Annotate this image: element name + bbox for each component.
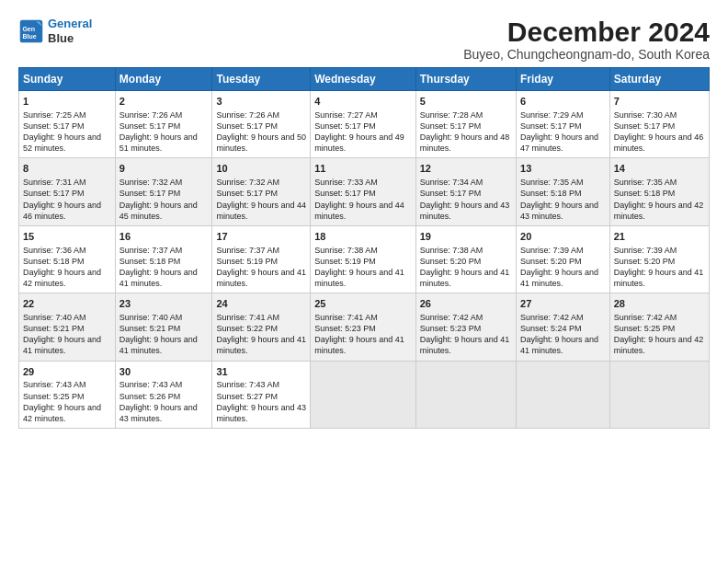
- sunrise-text: Sunrise: 7:32 AM: [216, 178, 279, 187]
- sunset-text: Sunset: 5:17 PM: [614, 121, 676, 131]
- sunrise-text: Sunrise: 7:43 AM: [119, 380, 183, 389]
- calendar-cell: 6Sunrise: 7:29 AMSunset: 5:17 PMDaylight…: [517, 91, 610, 158]
- sunrise-text: Sunrise: 7:42 AM: [420, 313, 483, 322]
- daylight-text: Daylight: 9 hours and 46 minutes.: [23, 201, 101, 221]
- sunset-text: Sunset: 5:20 PM: [614, 257, 676, 266]
- day-number: 22: [23, 297, 111, 311]
- daylight-text: Daylight: 9 hours and 45 minutes.: [119, 201, 198, 221]
- sunrise-text: Sunrise: 7:33 AM: [314, 178, 378, 187]
- day-number: 4: [314, 95, 412, 109]
- calendar-cell: 18Sunrise: 7:38 AMSunset: 5:19 PMDayligh…: [311, 225, 416, 293]
- daylight-text: Daylight: 9 hours and 41 minutes.: [23, 335, 101, 355]
- sunrise-text: Sunrise: 7:34 AM: [420, 178, 483, 187]
- daylight-text: Daylight: 9 hours and 41 minutes.: [520, 268, 598, 288]
- calendar-cell: 28Sunrise: 7:42 AMSunset: 5:25 PMDayligh…: [609, 293, 709, 361]
- header: Gen Blue General Blue December 2024 Buye…: [18, 17, 710, 62]
- sunset-text: Sunset: 5:21 PM: [119, 324, 181, 333]
- daylight-text: Daylight: 9 hours and 41 minutes.: [119, 268, 198, 288]
- daylight-text: Daylight: 9 hours and 46 minutes.: [614, 132, 704, 153]
- sunrise-text: Sunrise: 7:28 AM: [420, 110, 483, 120]
- sunset-text: Sunset: 5:18 PM: [614, 189, 676, 198]
- logo: Gen Blue General Blue: [18, 17, 92, 45]
- sunset-text: Sunset: 5:17 PM: [520, 121, 582, 131]
- daylight-text: Daylight: 9 hours and 41 minutes.: [314, 268, 404, 288]
- sunset-text: Sunset: 5:17 PM: [314, 189, 376, 198]
- sunset-text: Sunset: 5:17 PM: [119, 189, 181, 198]
- col-saturday: Saturday: [609, 68, 709, 91]
- sunset-text: Sunset: 5:25 PM: [614, 324, 676, 333]
- sunset-text: Sunset: 5:23 PM: [420, 324, 482, 333]
- col-wednesday: Wednesday: [311, 68, 416, 91]
- calendar-cell: 24Sunrise: 7:41 AMSunset: 5:22 PMDayligh…: [212, 293, 311, 361]
- sunrise-text: Sunrise: 7:41 AM: [216, 313, 279, 322]
- day-number: 6: [520, 95, 606, 109]
- subtitle: Buyeo, Chungcheongnam-do, South Korea: [463, 47, 710, 62]
- col-thursday: Thursday: [415, 68, 516, 91]
- svg-text:Blue: Blue: [22, 32, 36, 39]
- sunset-text: Sunset: 5:17 PM: [216, 121, 278, 131]
- sunset-text: Sunset: 5:18 PM: [520, 189, 582, 198]
- daylight-text: Daylight: 9 hours and 42 minutes.: [614, 201, 704, 221]
- calendar-cell: 5Sunrise: 7:28 AMSunset: 5:17 PMDaylight…: [415, 91, 516, 158]
- calendar-cell: [517, 361, 610, 428]
- calendar-cell: 8Sunrise: 7:31 AMSunset: 5:17 PMDaylight…: [19, 158, 116, 225]
- calendar-cell: [609, 361, 709, 428]
- sunrise-text: Sunrise: 7:30 AM: [614, 110, 677, 120]
- day-number: 16: [119, 230, 209, 244]
- calendar-week-3: 15Sunrise: 7:36 AMSunset: 5:18 PMDayligh…: [19, 225, 710, 293]
- sunset-text: Sunset: 5:17 PM: [420, 189, 482, 198]
- calendar-cell: 1Sunrise: 7:25 AMSunset: 5:17 PMDaylight…: [19, 91, 116, 158]
- calendar-cell: 3Sunrise: 7:26 AMSunset: 5:17 PMDaylight…: [212, 91, 311, 158]
- day-number: 28: [614, 297, 705, 311]
- calendar-week-1: 1Sunrise: 7:25 AMSunset: 5:17 PMDaylight…: [19, 91, 710, 158]
- sunset-text: Sunset: 5:17 PM: [420, 121, 482, 131]
- daylight-text: Daylight: 9 hours and 41 minutes.: [119, 335, 198, 355]
- sunrise-text: Sunrise: 7:26 AM: [119, 110, 183, 120]
- sunset-text: Sunset: 5:26 PM: [119, 392, 181, 401]
- day-number: 21: [614, 230, 705, 244]
- day-number: 24: [216, 297, 306, 311]
- daylight-text: Daylight: 9 hours and 42 minutes.: [614, 335, 704, 355]
- calendar-cell: 19Sunrise: 7:38 AMSunset: 5:20 PMDayligh…: [415, 225, 516, 293]
- day-number: 2: [119, 95, 209, 109]
- day-number: 10: [216, 162, 306, 176]
- day-number: 17: [216, 230, 306, 244]
- day-number: 19: [420, 230, 512, 244]
- sunrise-text: Sunrise: 7:38 AM: [314, 246, 378, 255]
- calendar-cell: 31Sunrise: 7:43 AMSunset: 5:27 PMDayligh…: [212, 361, 311, 428]
- calendar-cell: 30Sunrise: 7:43 AMSunset: 5:26 PMDayligh…: [115, 361, 212, 428]
- day-number: 26: [420, 297, 512, 311]
- calendar-cell: 9Sunrise: 7:32 AMSunset: 5:17 PMDaylight…: [115, 158, 212, 225]
- sunset-text: Sunset: 5:17 PM: [314, 121, 376, 131]
- calendar-cell: 12Sunrise: 7:34 AMSunset: 5:17 PMDayligh…: [415, 158, 516, 225]
- page: Gen Blue General Blue December 2024 Buye…: [0, 0, 728, 438]
- daylight-text: Daylight: 9 hours and 47 minutes.: [520, 132, 598, 153]
- sunrise-text: Sunrise: 7:27 AM: [314, 110, 378, 120]
- calendar-cell: 14Sunrise: 7:35 AMSunset: 5:18 PMDayligh…: [609, 158, 709, 225]
- sunrise-text: Sunrise: 7:32 AM: [119, 178, 183, 187]
- daylight-text: Daylight: 9 hours and 41 minutes.: [420, 335, 510, 355]
- main-title: December 2024: [463, 17, 710, 47]
- sunset-text: Sunset: 5:27 PM: [216, 392, 278, 401]
- calendar-cell: [311, 361, 416, 428]
- calendar-cell: 26Sunrise: 7:42 AMSunset: 5:23 PMDayligh…: [415, 293, 516, 361]
- daylight-text: Daylight: 9 hours and 41 minutes.: [216, 268, 306, 288]
- daylight-text: Daylight: 9 hours and 41 minutes.: [420, 268, 510, 288]
- sunset-text: Sunset: 5:17 PM: [23, 121, 85, 131]
- calendar-cell: 15Sunrise: 7:36 AMSunset: 5:18 PMDayligh…: [19, 225, 116, 293]
- calendar-cell: 13Sunrise: 7:35 AMSunset: 5:18 PMDayligh…: [517, 158, 610, 225]
- daylight-text: Daylight: 9 hours and 41 minutes.: [520, 335, 598, 355]
- calendar-cell: 21Sunrise: 7:39 AMSunset: 5:20 PMDayligh…: [609, 225, 709, 293]
- day-number: 18: [314, 230, 412, 244]
- header-row: Sunday Monday Tuesday Wednesday Thursday…: [19, 68, 710, 91]
- sunrise-text: Sunrise: 7:26 AM: [216, 110, 279, 120]
- day-number: 30: [119, 365, 209, 379]
- daylight-text: Daylight: 9 hours and 43 minutes.: [119, 403, 198, 423]
- calendar-cell: 4Sunrise: 7:27 AMSunset: 5:17 PMDaylight…: [311, 91, 416, 158]
- sunrise-text: Sunrise: 7:43 AM: [216, 380, 279, 389]
- sunset-text: Sunset: 5:20 PM: [420, 257, 482, 266]
- daylight-text: Daylight: 9 hours and 43 minutes.: [216, 403, 306, 423]
- sunrise-text: Sunrise: 7:31 AM: [23, 178, 86, 187]
- sunset-text: Sunset: 5:22 PM: [216, 324, 278, 333]
- day-number: 9: [119, 162, 209, 176]
